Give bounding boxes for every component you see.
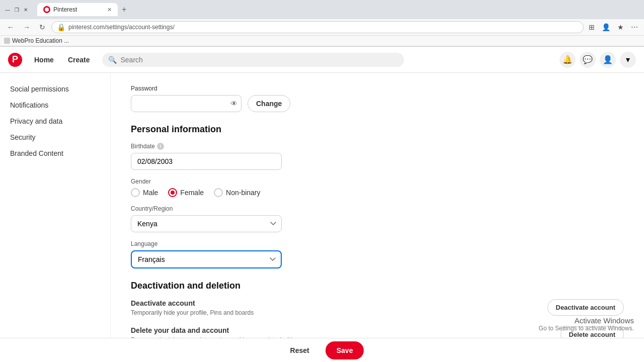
windows-watermark: Activate Windows Go to Settings to activ…: [539, 316, 634, 332]
search-bar[interactable]: 🔍: [102, 53, 404, 67]
password-input[interactable]: [131, 95, 242, 112]
gender-nonbinary-radio[interactable]: [214, 188, 223, 197]
birthdate-info-icon: i: [157, 143, 164, 150]
birthdate-input[interactable]: [131, 153, 282, 170]
minimize-button[interactable]: —: [4, 6, 11, 13]
windows-title: Activate Windows: [539, 316, 634, 325]
sidebar-item-label: Branded Content: [10, 149, 63, 157]
sidebar-item-label: Social permissions: [10, 85, 69, 93]
back-button[interactable]: ←: [4, 22, 17, 32]
profile-button[interactable]: 👤: [600, 22, 612, 32]
chevron-down-icon[interactable]: ▾: [620, 52, 636, 68]
extensions-button[interactable]: ⊞: [587, 22, 597, 32]
gender-nonbinary-label: Non-binary: [226, 189, 260, 197]
nav-create-button[interactable]: Create: [62, 53, 96, 67]
profile-button[interactable]: 👤: [600, 52, 616, 68]
reload-button[interactable]: ↻: [36, 22, 48, 32]
pinterest-logo[interactable]: P: [8, 53, 22, 67]
gender-nonbinary-option[interactable]: Non-binary: [214, 188, 260, 197]
gender-male-option[interactable]: Male: [131, 188, 158, 197]
gender-female-radio-inner: [171, 191, 175, 195]
birthdate-label: Birthdate i: [131, 143, 624, 150]
gender-male-label: Male: [143, 189, 158, 197]
sidebar-item-security[interactable]: Security: [4, 129, 106, 145]
gender-female-option[interactable]: Female: [168, 188, 204, 197]
sidebar-item-notifications[interactable]: Notifications: [4, 97, 106, 113]
password-input-wrap: 👁: [131, 95, 242, 112]
sidebar-item-label: Privacy and data: [10, 117, 62, 125]
nav-home-button[interactable]: Home: [28, 53, 60, 67]
url-bar[interactable]: 🔒 pinterest.com/settings/account-setting…: [51, 21, 584, 33]
personal-info-section: Personal information Birthdate i Gender: [131, 124, 624, 268]
country-label: Country/Region: [131, 205, 624, 212]
gender-options: Male Female Non-binary: [131, 188, 624, 197]
reset-button[interactable]: Reset: [280, 342, 319, 358]
close-button[interactable]: ✕: [22, 6, 29, 13]
browser-chrome: — ❐ ✕ Pinterest ✕ + ← → ↻ 🔒 pinterest.co…: [0, 0, 644, 47]
sidebar-item-social-permissions[interactable]: Social permissions: [4, 81, 106, 97]
language-label: Language: [131, 240, 624, 247]
deactivate-title: Deactivate account: [131, 299, 312, 307]
bookmark-item[interactable]: WebPro Education ...: [4, 37, 69, 44]
delete-title: Delete your data and account: [131, 326, 312, 334]
window-controls: — ❐ ✕: [4, 6, 29, 13]
windows-subtitle: Go to Settings to activate Windows.: [539, 325, 634, 332]
header-nav: Home Create: [28, 53, 96, 67]
search-icon: 🔍: [108, 56, 117, 64]
country-field: Country/Region Kenya United States Unite…: [131, 205, 624, 232]
personal-info-title: Personal information: [131, 124, 624, 135]
password-row: 👁 Change: [131, 95, 624, 112]
header-actions: 🔔 💬 👤 ▾: [559, 52, 636, 68]
address-bar: ← → ↻ 🔒 pinterest.com/settings/account-s…: [0, 19, 644, 36]
new-tab-button[interactable]: +: [118, 3, 130, 16]
sidebar: Social permissions Notifications Privacy…: [0, 73, 111, 362]
gender-male-radio[interactable]: [131, 188, 140, 197]
gender-female-label: Female: [180, 189, 204, 197]
bookmarks-bar: WebPro Education ...: [0, 36, 644, 46]
active-tab[interactable]: Pinterest ✕: [37, 3, 118, 16]
deactivation-title: Deactivation and deletion: [131, 281, 624, 291]
password-label: Password: [131, 85, 624, 92]
country-select[interactable]: Kenya United States United Kingdom: [131, 215, 282, 232]
more-button[interactable]: ⋯: [629, 22, 640, 32]
messages-button[interactable]: 💬: [580, 52, 596, 68]
gender-field: Gender Male Female: [131, 178, 624, 197]
change-password-button[interactable]: Change: [248, 95, 290, 112]
pinterest-header: P Home Create 🔍 🔔 💬 👤 ▾: [0, 47, 644, 73]
bookmark-label: WebPro Education ...: [12, 37, 69, 44]
browser-icons: ⊞ 👤 ★ ⋯: [587, 22, 640, 32]
tab-title: Pinterest: [53, 6, 77, 13]
deactivate-desc: Temporarily hide your profile, Pins and …: [131, 309, 312, 316]
password-section: Password 👁 Change: [131, 85, 624, 112]
tab-close-button[interactable]: ✕: [107, 7, 112, 13]
sidebar-item-privacy[interactable]: Privacy and data: [4, 113, 106, 129]
gender-female-radio[interactable]: [168, 188, 177, 197]
url-text: pinterest.com/settings/account-settings/: [68, 24, 578, 31]
notifications-button[interactable]: 🔔: [559, 52, 576, 68]
tab-favicon: [43, 6, 50, 13]
deactivate-account-button[interactable]: Deactivate account: [547, 299, 624, 316]
title-bar: — ❐ ✕ Pinterest ✕ +: [0, 0, 644, 19]
deactivate-info: Deactivate account Temporarily hide your…: [131, 299, 312, 316]
tab-bar: Pinterest ✕ +: [33, 3, 134, 16]
birthdate-field: Birthdate i: [131, 143, 624, 170]
save-button[interactable]: Save: [326, 341, 364, 359]
sidebar-item-label: Security: [10, 133, 36, 141]
bottom-bar: Reset Save: [0, 338, 644, 362]
deactivate-account-row: Deactivate account Temporarily hide your…: [131, 299, 624, 316]
language-field: Language Français English Español: [131, 240, 624, 268]
lock-icon: 🔒: [57, 23, 65, 31]
forward-button[interactable]: →: [20, 22, 33, 32]
search-input[interactable]: [121, 56, 398, 64]
language-select[interactable]: Français English Español: [131, 250, 282, 268]
favorites-button[interactable]: ★: [615, 22, 626, 32]
bookmark-favicon: [4, 38, 10, 44]
maximize-button[interactable]: ❐: [13, 6, 20, 13]
pinterest-app: P Home Create 🔍 🔔 💬 👤 ▾ Social permissio…: [0, 47, 644, 362]
sidebar-item-label: Notifications: [10, 101, 48, 109]
gender-label: Gender: [131, 178, 624, 185]
sidebar-item-branded-content[interactable]: Branded Content: [4, 145, 106, 161]
password-eye-icon[interactable]: 👁: [230, 100, 237, 108]
